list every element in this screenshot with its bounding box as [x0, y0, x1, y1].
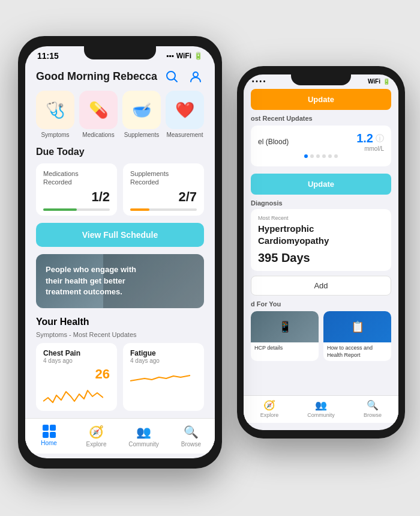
measurement-icon-box: ❤️	[166, 91, 204, 129]
due-today-cards: MedicationsRecorded 1/2 SupplementsRecor…	[25, 163, 215, 223]
fatigue-sparkline	[130, 366, 197, 388]
category-medications[interactable]: 💊 Medications	[79, 91, 118, 138]
blood-value: 1.2	[356, 132, 373, 145]
nav-home[interactable]: Home	[25, 425, 73, 448]
most-recent-updates-label: ost Recent Updates	[244, 115, 398, 126]
supp-recorded-value: 2/7	[130, 189, 197, 205]
fatigue-ago: 4 days ago	[130, 357, 197, 364]
chest-pain-title: Chest Pain	[43, 349, 110, 357]
nav-community-label: Community	[128, 441, 159, 448]
nav-explore-label: Explore	[86, 441, 107, 448]
p2-community-icon: 👥	[315, 399, 327, 411]
browse-icon: 🔍	[184, 425, 199, 439]
blood-unit: mmol/L	[356, 145, 384, 152]
measurement-emoji: ❤️	[175, 101, 194, 120]
symptoms-subtitle: Symptoms - Most Recent Updates	[36, 331, 204, 338]
phone1-header: Good Morning Rebecca	[25, 63, 215, 91]
p2-nav-browse[interactable]: 🔍 Browse	[347, 399, 398, 418]
add-diagnosis-button[interactable]: Add	[251, 276, 391, 296]
battery-icon: 🔋	[194, 52, 203, 60]
phone2: • • • • WiFi 🔋 Update ost Recent Updates…	[237, 66, 405, 439]
blood-level-card: el (Blood) 1.2 ⓘ mmol/L	[251, 126, 391, 166]
explore-icon: 🧭	[89, 425, 104, 439]
p2-nav-explore[interactable]: 🧭 Explore	[244, 399, 295, 418]
category-measurement[interactable]: ❤️ Measurement	[166, 91, 204, 138]
med-recorded-title: MedicationsRecorded	[43, 169, 110, 187]
supplements-emoji: 🥣	[132, 101, 151, 120]
dot-3	[316, 154, 320, 158]
health-report-card-image: 📋	[323, 311, 391, 342]
symptoms-emoji: 🩺	[46, 101, 65, 120]
supp-progress-fill	[130, 208, 149, 211]
fatigue-title: Fatigue	[130, 349, 197, 357]
supplements-icon-box: 🥣	[122, 91, 161, 129]
blood-value-group: 1.2 ⓘ mmol/L	[356, 132, 384, 152]
supplements-label: Supplements	[124, 132, 159, 138]
blood-info-icon: ⓘ	[376, 133, 384, 144]
your-health-section: Your Health Symptoms - Most Recent Updat…	[25, 317, 215, 411]
medications-recorded-card: MedicationsRecorded 1/2	[36, 163, 117, 216]
dot-6	[334, 154, 338, 158]
med-progress-fill	[43, 208, 77, 211]
phone1: 11:15 ▪▪▪ WiFi 🔋 Good Morning Rebecca	[18, 36, 222, 469]
recommended-cards: 📱 HCP details 📋 How to access and Health…	[244, 311, 398, 361]
your-health-title: Your Health	[36, 317, 204, 327]
measurement-label: Measurement	[166, 132, 203, 138]
carousel-dots	[258, 154, 384, 158]
category-supplements[interactable]: 🥣 Supplements	[122, 91, 161, 138]
supp-recorded-title: SupplementsRecorded	[130, 169, 197, 187]
banner-text: People who engage with their health get …	[46, 264, 154, 297]
phone2-content: Update ost Recent Updates el (Blood) 1.2…	[244, 87, 398, 423]
diagnosis-section-label: Diagnosis	[244, 199, 398, 209]
category-symptoms[interactable]: 🩺 Symptoms	[36, 91, 74, 138]
hcp-details-card[interactable]: 📱 HCP details	[251, 311, 319, 361]
bottom-nav-2: 🧭 Explore 👥 Community 🔍 Browse	[244, 395, 398, 423]
p2-nav-community[interactable]: 👥 Community	[295, 399, 347, 418]
health-banner: People who engage with their health get …	[36, 254, 204, 308]
blood-row: el (Blood) 1.2 ⓘ mmol/L	[258, 132, 384, 152]
community-icon: 👥	[136, 425, 151, 439]
bottom-nav-1: Home 🧭 Explore 👥 Community 🔍 Browse	[25, 418, 215, 454]
p2-explore-label: Explore	[260, 412, 279, 418]
supplements-recorded-card: SupplementsRecorded 2/7	[123, 163, 204, 216]
med-progress-bar	[43, 208, 110, 211]
svg-point-2	[193, 72, 198, 77]
status-icons-2: WiFi 🔋	[368, 78, 390, 85]
update-button-orange[interactable]: Update	[251, 89, 391, 110]
p2-explore-icon: 🧭	[263, 399, 275, 411]
due-today-header: Due Today	[25, 147, 215, 163]
nav-browse[interactable]: 🔍 Browse	[167, 425, 215, 448]
report-icon: 📋	[351, 320, 364, 333]
hcp-icon: 📱	[278, 320, 292, 333]
wifi-icon: WiFi	[176, 52, 191, 60]
nav-community[interactable]: 👥 Community	[120, 425, 167, 448]
categories-row: 🩺 Symptoms 💊 Medications 🥣 Supplements	[25, 91, 215, 147]
nav-explore[interactable]: 🧭 Explore	[73, 425, 120, 448]
health-cards: Chest Pain 4 days ago 26 Fatigue 4 days …	[36, 343, 204, 411]
dot-5	[328, 154, 332, 158]
hcp-card-label: HCP details	[251, 342, 319, 354]
header-icons	[163, 68, 204, 85]
dot-1	[304, 154, 308, 158]
update-button-blue[interactable]: Update	[251, 174, 391, 195]
view-schedule-button[interactable]: View Full Schedule	[36, 223, 204, 247]
blood-label: el (Blood)	[258, 138, 289, 146]
notch2	[291, 74, 351, 85]
home-icon	[43, 425, 56, 438]
chest-pain-sparkline	[43, 384, 110, 406]
search-icon[interactable]	[163, 68, 180, 85]
nav-browse-label: Browse	[181, 441, 201, 448]
p2-browse-icon: 🔍	[367, 399, 379, 411]
chest-pain-value: 26	[43, 366, 110, 382]
dot-2	[310, 154, 314, 158]
medications-label: Medications	[82, 132, 114, 138]
svg-line-1	[175, 79, 178, 82]
medications-emoji: 💊	[89, 101, 108, 120]
wifi-icon-2: WiFi	[368, 78, 380, 85]
health-report-card[interactable]: 📋 How to access and Health Report	[323, 311, 391, 361]
supp-progress-bar	[130, 208, 197, 211]
health-report-card-label: How to access and Health Report	[323, 342, 391, 361]
med-recorded-value: 1/2	[43, 189, 110, 205]
diagnosis-card: Most Recent Hypertrophic Cardiomyopathy …	[251, 209, 391, 271]
profile-icon[interactable]	[187, 68, 204, 85]
